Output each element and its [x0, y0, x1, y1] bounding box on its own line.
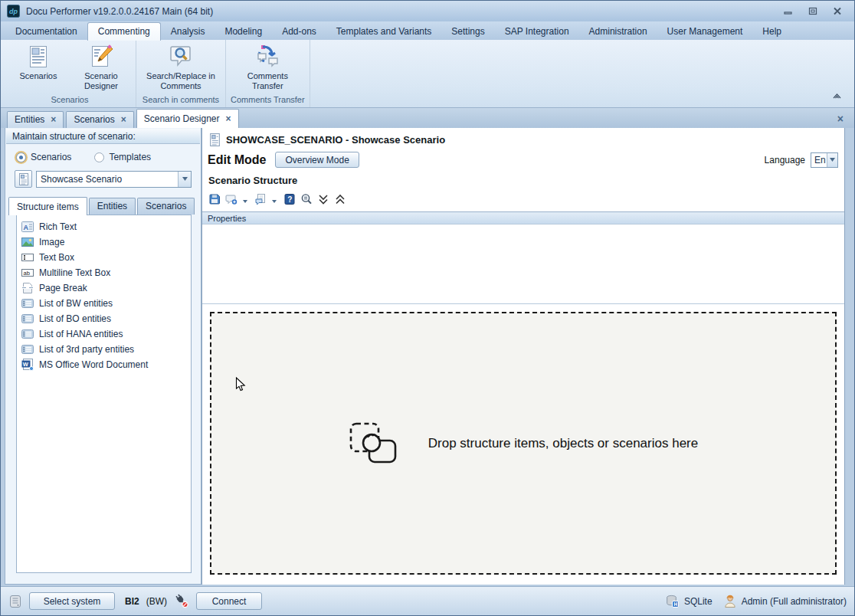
- properties-header: Properties: [202, 211, 844, 224]
- maximize-icon[interactable]: [807, 6, 819, 16]
- menu-sap-integration[interactable]: SAP Integration: [495, 23, 579, 40]
- image-icon: [21, 236, 34, 248]
- content-area: Maintain structure of scenario: Scenario…: [1, 128, 854, 586]
- list-item[interactable]: Text Box: [17, 250, 191, 265]
- entity-list-icon: [21, 313, 34, 325]
- ribbon: Scenarios Scenario Designer: [1, 40, 854, 108]
- tab-sidebar-scenarios[interactable]: Scenarios: [137, 198, 195, 215]
- copy-structure-icon[interactable]: [254, 193, 267, 205]
- minimize-icon[interactable]: [782, 6, 794, 16]
- chevron-down-icon[interactable]: [827, 153, 837, 167]
- app-logo-icon: dp: [7, 5, 20, 18]
- collapse-all-icon[interactable]: [334, 193, 346, 205]
- scenario-designer-icon: [89, 44, 113, 69]
- menu-modeling[interactable]: Modeling: [215, 23, 272, 40]
- list-item[interactable]: A Rich Text: [17, 219, 191, 234]
- menu-documentation[interactable]: Documentation: [5, 23, 87, 40]
- comments-transfer-button[interactable]: Comments Transfer: [238, 43, 297, 93]
- tab-structure-items[interactable]: Structure items: [8, 197, 87, 215]
- menu-templates-variants[interactable]: Templates and Variants: [326, 23, 442, 40]
- menu-administration[interactable]: Administration: [579, 23, 657, 40]
- ribbon-group-comments-transfer: Comments Transfer Comments Transfer: [226, 40, 310, 107]
- chevron-down-icon[interactable]: [243, 192, 247, 206]
- tab-entities[interactable]: Entities ×: [7, 111, 64, 128]
- list-item[interactable]: List of BO entities: [17, 311, 191, 326]
- entity-list-icon: [21, 343, 34, 356]
- sidebar-header: Maintain structure of scenario:: [6, 129, 200, 144]
- tab-sidebar-entities[interactable]: Entities: [89, 198, 136, 215]
- edit-mode-label: Edit Mode: [208, 153, 266, 167]
- menu-settings[interactable]: Settings: [441, 23, 494, 40]
- structure-toolbar: ?: [208, 191, 844, 208]
- sidebar-tabs: Structure items Entities Scenarios: [8, 197, 201, 215]
- radio-unselected-icon[interactable]: [94, 152, 104, 162]
- tab-scenarios[interactable]: Scenarios ×: [66, 111, 133, 128]
- menu-commenting[interactable]: Commenting: [87, 22, 161, 41]
- list-item[interactable]: List of BW entities: [17, 296, 191, 311]
- radio-templates[interactable]: Templates: [94, 152, 151, 162]
- close-tab-icon[interactable]: ×: [121, 116, 126, 123]
- svg-text:ab: ab: [24, 270, 30, 277]
- menu-add-ons[interactable]: Add-ons: [272, 23, 326, 40]
- system-icon: [8, 595, 22, 608]
- page-break-icon: [21, 282, 34, 294]
- menu-help[interactable]: Help: [752, 23, 791, 40]
- save-icon[interactable]: [208, 193, 221, 205]
- scenario-structure-heading: Scenario Structure: [208, 175, 844, 186]
- list-item[interactable]: ab Multiline Text Box: [17, 265, 191, 280]
- drop-zone-message: Drop structure items, objects or scenari…: [428, 436, 698, 451]
- title-bar: dp Docu Performer v19.2.0.0.24167 Main (…: [1, 1, 854, 21]
- entity-list-icon: [21, 328, 34, 340]
- connect-button[interactable]: Connect: [196, 592, 262, 610]
- radio-selected-icon[interactable]: [16, 152, 26, 162]
- close-tab-icon[interactable]: ×: [225, 115, 231, 123]
- status-bar: Select system BI2 (BW) Connect H SQLite: [1, 586, 854, 615]
- chevron-down-icon[interactable]: [178, 172, 191, 187]
- expand-all-icon[interactable]: [317, 193, 329, 205]
- page-title: SHOWCASE_SCENARIO - Showcase Scenario: [226, 134, 445, 146]
- scenario-select[interactable]: Showcase Scenario: [36, 171, 192, 188]
- menu-analysis[interactable]: Analysis: [161, 23, 215, 40]
- ribbon-group-search-comments: Search/Replace in Comments Search in com…: [136, 40, 226, 107]
- svg-text:dp: dp: [9, 8, 18, 15]
- overview-mode-button[interactable]: Overview Mode: [275, 152, 359, 168]
- radio-scenarios[interactable]: Scenarios: [16, 152, 71, 162]
- chevron-down-icon[interactable]: [272, 192, 277, 206]
- scenario-designer-button[interactable]: Scenario Designer: [71, 43, 131, 93]
- database-label: SQLite: [684, 596, 712, 607]
- database-icon: H: [666, 595, 680, 608]
- ribbon-group-label: Scenarios: [8, 93, 131, 106]
- scenario-doc-icon[interactable]: [15, 170, 32, 188]
- scenario-designer-panel: SHOWCASE_SCENARIO - Showcase Scenario Ed…: [201, 128, 845, 585]
- scenario-structure-sidebar: Maintain structure of scenario: Scenario…: [5, 128, 201, 585]
- add-comment-icon[interactable]: [225, 193, 238, 205]
- drop-target-icon: [349, 421, 398, 466]
- scenario-select-value: Showcase Scenario: [37, 174, 178, 185]
- list-item[interactable]: List of HANA entities: [17, 326, 191, 342]
- close-pane-icon[interactable]: ×: [837, 113, 848, 128]
- zoom-icon[interactable]: [300, 193, 313, 205]
- svg-text:H: H: [673, 601, 677, 607]
- close-tab-icon[interactable]: ×: [51, 116, 56, 123]
- list-item[interactable]: Image: [17, 234, 191, 250]
- select-system-button[interactable]: Select system: [29, 592, 115, 610]
- drop-zone[interactable]: Drop structure items, objects or scenari…: [210, 312, 837, 575]
- list-item[interactable]: List of 3rd party entities: [17, 342, 191, 357]
- close-icon[interactable]: [831, 6, 844, 16]
- scenarios-icon: [26, 44, 51, 69]
- tab-scenario-designer[interactable]: Scenario Designer ×: [136, 109, 239, 128]
- user-icon: [723, 595, 737, 608]
- disconnected-plug-icon: [174, 594, 189, 608]
- search-replace-comments-button[interactable]: Search/Replace in Comments: [141, 43, 221, 93]
- list-item[interactable]: W MS Office Word Document: [17, 357, 191, 372]
- menu-user-management[interactable]: User Management: [657, 23, 753, 40]
- multiline-text-box-icon: ab: [21, 267, 34, 279]
- collapse-ribbon-icon[interactable]: [832, 88, 842, 102]
- list-item[interactable]: Page Break: [17, 280, 191, 296]
- comments-transfer-icon: [255, 44, 280, 69]
- help-icon[interactable]: ?: [283, 193, 296, 205]
- language-select[interactable]: En: [811, 152, 838, 168]
- scenarios-button[interactable]: Scenarios: [8, 43, 68, 83]
- ribbon-group-label: Comments Transfer: [231, 93, 305, 106]
- word-document-icon: W: [21, 359, 34, 371]
